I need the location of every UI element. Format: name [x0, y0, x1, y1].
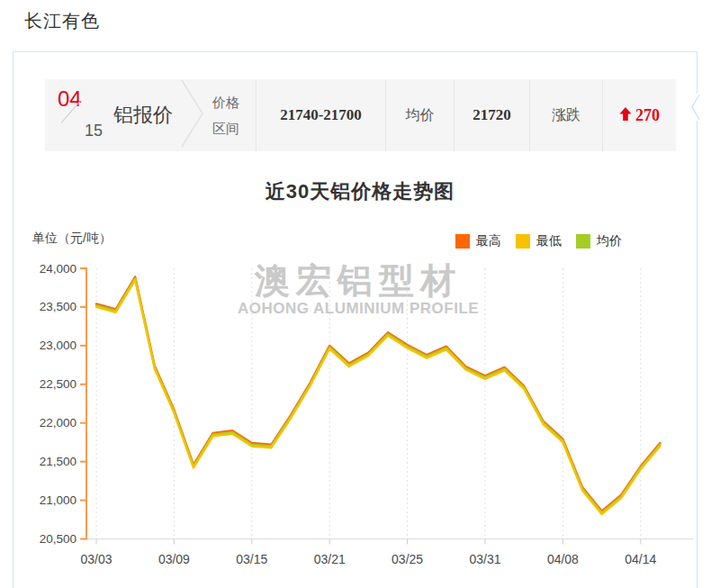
y-tick-label-22,000: 22,000: [40, 416, 76, 430]
change-value: 270: [635, 106, 660, 125]
price-range-value-cell: 21740-21700: [256, 79, 385, 151]
series-line-average: [96, 278, 660, 512]
page-title: 长江有色: [24, 9, 100, 33]
quote-date: 04 15: [58, 90, 103, 140]
average-label-cell: 均价: [385, 79, 454, 151]
y-tick-label-23,500: 23,500: [40, 300, 76, 313]
card-edge-notch: [690, 94, 701, 121]
y-tick-label-23,000: 23,000: [40, 339, 76, 352]
series-line-lowest: [96, 280, 660, 514]
y-tick-label-22,500: 22,500: [40, 377, 76, 391]
change-label-cell: 涨跌: [529, 79, 602, 151]
chart-title: 近30天铝价格走势图: [0, 178, 720, 205]
change-value-cell: 270: [602, 79, 676, 151]
average-value-cell: 21720: [454, 79, 529, 151]
x-tick-label-03/03: 03/03: [80, 552, 112, 566]
y-tick-label-20,500: 20,500: [40, 532, 76, 546]
date-month: 04: [58, 88, 82, 110]
price-trend-chart: 03/0303/0903/1503/2103/2503/3104/0804/14…: [0, 243, 720, 588]
y-tick-label-21,000: 21,000: [40, 493, 76, 507]
x-tick-label-03/21: 03/21: [314, 552, 346, 566]
up-arrow-shape: [620, 107, 632, 121]
quote-product-cell: 04 15 铝报价 价格 区间: [45, 79, 256, 151]
x-tick-label-03/09: 03/09: [158, 552, 190, 566]
x-tick-label-03/31: 03/31: [469, 552, 500, 566]
change-label: 涨跌: [552, 106, 580, 125]
x-tick-label-04/08: 04/08: [547, 552, 579, 566]
date-day: 15: [85, 122, 103, 140]
x-tick-label-04/14: 04/14: [625, 552, 656, 566]
price-range-label-line2: 区间: [212, 115, 239, 141]
up-arrow-icon: [619, 107, 632, 124]
average-label: 均价: [406, 106, 435, 125]
x-tick-label-03/25: 03/25: [392, 552, 423, 566]
quote-bar[interactable]: 04 15 铝报价 价格 区间 21740-21700: [45, 79, 676, 151]
y-tick-label-24,000: 24,000: [40, 262, 76, 276]
page: 长江有色 04 15 铝报价 价格 区间: [0, 0, 720, 588]
x-tick-label-03/15: 03/15: [236, 552, 267, 566]
price-range-label-line1: 价格: [212, 89, 239, 115]
product-name: 铝报价: [113, 102, 173, 129]
y-tick-label-21,500: 21,500: [40, 455, 76, 468]
price-range-label: 价格 区间: [212, 89, 239, 141]
chevron-right-icon: [181, 78, 204, 152]
average-value: 21720: [472, 106, 511, 124]
price-range-value: 21740-21700: [280, 106, 362, 124]
